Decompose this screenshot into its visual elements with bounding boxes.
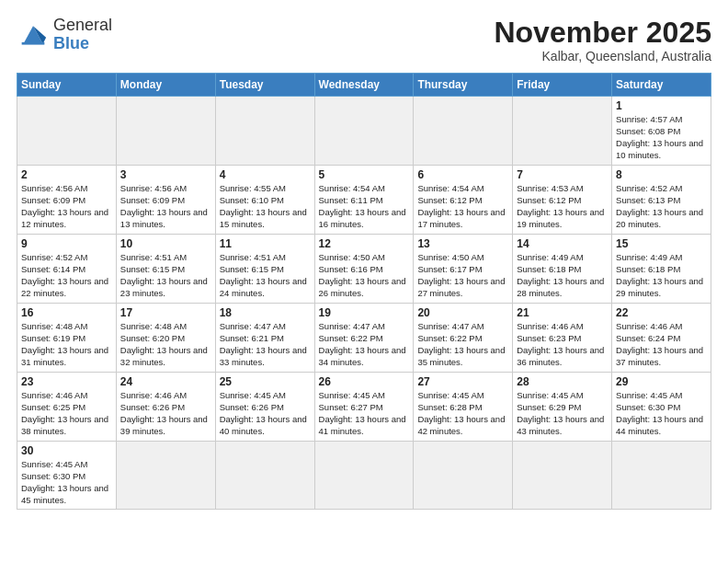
header: General Blue November 2025 Kalbar, Queen… <box>17 17 711 63</box>
day-cell: 2Sunrise: 4:56 AM Sunset: 6:09 PM Daylig… <box>17 166 117 235</box>
logo-text: General Blue <box>53 17 112 53</box>
day-number: 10 <box>120 237 211 250</box>
day-info: Sunrise: 4:54 AM Sunset: 6:12 PM Dayligh… <box>417 183 508 230</box>
day-number: 19 <box>319 306 410 319</box>
day-number: 18 <box>220 306 311 319</box>
day-number: 20 <box>417 306 508 319</box>
day-number: 22 <box>616 306 707 319</box>
day-cell: 15Sunrise: 4:49 AM Sunset: 6:18 PM Dayli… <box>612 235 711 304</box>
day-cell <box>513 442 612 510</box>
day-info: Sunrise: 4:55 AM Sunset: 6:10 PM Dayligh… <box>220 183 311 230</box>
day-cell: 4Sunrise: 4:55 AM Sunset: 6:10 PM Daylig… <box>215 166 314 235</box>
day-cell: 7Sunrise: 4:53 AM Sunset: 6:12 PM Daylig… <box>513 166 612 235</box>
day-info: Sunrise: 4:47 AM Sunset: 6:22 PM Dayligh… <box>417 321 508 368</box>
day-number: 25 <box>220 375 311 388</box>
day-info: Sunrise: 4:49 AM Sunset: 6:18 PM Dayligh… <box>517 252 608 299</box>
month-title: November 2025 <box>494 17 711 49</box>
day-info: Sunrise: 4:46 AM Sunset: 6:26 PM Dayligh… <box>120 390 211 437</box>
day-number: 24 <box>120 375 211 388</box>
day-info: Sunrise: 4:45 AM Sunset: 6:27 PM Dayligh… <box>319 390 410 437</box>
day-cell: 17Sunrise: 4:48 AM Sunset: 6:20 PM Dayli… <box>116 304 215 373</box>
day-cell <box>314 97 414 166</box>
day-info: Sunrise: 4:50 AM Sunset: 6:17 PM Dayligh… <box>417 252 508 299</box>
header-thursday: Thursday <box>414 74 513 97</box>
calendar-table: Sunday Monday Tuesday Wednesday Thursday… <box>17 73 711 510</box>
day-cell <box>314 442 414 510</box>
day-cell: 6Sunrise: 4:54 AM Sunset: 6:12 PM Daylig… <box>414 166 513 235</box>
day-cell <box>612 442 711 510</box>
day-info: Sunrise: 4:57 AM Sunset: 6:08 PM Dayligh… <box>616 114 707 161</box>
day-cell: 25Sunrise: 4:45 AM Sunset: 6:26 PM Dayli… <box>215 373 314 442</box>
day-info: Sunrise: 4:52 AM Sunset: 6:14 PM Dayligh… <box>21 252 112 299</box>
day-number: 23 <box>21 375 112 388</box>
day-cell: 20Sunrise: 4:47 AM Sunset: 6:22 PM Dayli… <box>414 304 513 373</box>
subtitle: Kalbar, Queensland, Australia <box>494 49 711 63</box>
page: General Blue November 2025 Kalbar, Queen… <box>0 0 728 563</box>
day-number: 13 <box>417 237 508 250</box>
day-cell <box>116 442 215 510</box>
day-info: Sunrise: 4:54 AM Sunset: 6:11 PM Dayligh… <box>319 183 410 230</box>
day-number: 30 <box>21 444 112 457</box>
day-cell: 10Sunrise: 4:51 AM Sunset: 6:15 PM Dayli… <box>116 235 215 304</box>
day-cell: 16Sunrise: 4:48 AM Sunset: 6:19 PM Dayli… <box>17 304 117 373</box>
day-cell: 5Sunrise: 4:54 AM Sunset: 6:11 PM Daylig… <box>314 166 414 235</box>
week-row-2: 2Sunrise: 4:56 AM Sunset: 6:09 PM Daylig… <box>17 166 711 235</box>
day-info: Sunrise: 4:45 AM Sunset: 6:29 PM Dayligh… <box>517 390 608 437</box>
day-info: Sunrise: 4:47 AM Sunset: 6:22 PM Dayligh… <box>319 321 410 368</box>
day-cell <box>414 97 513 166</box>
day-number: 8 <box>616 168 707 181</box>
header-tuesday: Tuesday <box>215 74 314 97</box>
day-cell <box>17 97 117 166</box>
day-info: Sunrise: 4:45 AM Sunset: 6:28 PM Dayligh… <box>417 390 508 437</box>
day-info: Sunrise: 4:51 AM Sunset: 6:15 PM Dayligh… <box>220 252 311 299</box>
day-info: Sunrise: 4:46 AM Sunset: 6:23 PM Dayligh… <box>517 321 608 368</box>
day-cell <box>116 97 215 166</box>
header-monday: Monday <box>116 74 215 97</box>
header-friday: Friday <box>513 74 612 97</box>
day-cell: 26Sunrise: 4:45 AM Sunset: 6:27 PM Dayli… <box>314 373 414 442</box>
day-info: Sunrise: 4:56 AM Sunset: 6:09 PM Dayligh… <box>120 183 211 230</box>
day-cell: 29Sunrise: 4:45 AM Sunset: 6:30 PM Dayli… <box>612 373 711 442</box>
day-number: 9 <box>21 237 112 250</box>
logo: General Blue <box>17 17 112 53</box>
day-cell: 8Sunrise: 4:52 AM Sunset: 6:13 PM Daylig… <box>612 166 711 235</box>
day-number: 26 <box>319 375 410 388</box>
day-number: 5 <box>319 168 410 181</box>
day-info: Sunrise: 4:51 AM Sunset: 6:15 PM Dayligh… <box>120 252 211 299</box>
day-info: Sunrise: 4:45 AM Sunset: 6:30 PM Dayligh… <box>21 459 112 506</box>
week-row-3: 9Sunrise: 4:52 AM Sunset: 6:14 PM Daylig… <box>17 235 711 304</box>
day-cell: 14Sunrise: 4:49 AM Sunset: 6:18 PM Dayli… <box>513 235 612 304</box>
day-number: 16 <box>21 306 112 319</box>
week-row-last: 30Sunrise: 4:45 AM Sunset: 6:30 PM Dayli… <box>17 442 711 510</box>
day-cell: 27Sunrise: 4:45 AM Sunset: 6:28 PM Dayli… <box>414 373 513 442</box>
day-number: 15 <box>616 237 707 250</box>
day-info: Sunrise: 4:46 AM Sunset: 6:25 PM Dayligh… <box>21 390 112 437</box>
day-info: Sunrise: 4:48 AM Sunset: 6:20 PM Dayligh… <box>120 321 211 368</box>
header-row: Sunday Monday Tuesday Wednesday Thursday… <box>17 74 711 97</box>
day-number: 12 <box>319 237 410 250</box>
day-number: 11 <box>220 237 311 250</box>
day-cell: 19Sunrise: 4:47 AM Sunset: 6:22 PM Dayli… <box>314 304 414 373</box>
day-number: 29 <box>616 375 707 388</box>
day-info: Sunrise: 4:48 AM Sunset: 6:19 PM Dayligh… <box>21 321 112 368</box>
day-number: 1 <box>616 99 707 112</box>
header-wednesday: Wednesday <box>314 74 414 97</box>
day-info: Sunrise: 4:50 AM Sunset: 6:16 PM Dayligh… <box>319 252 410 299</box>
day-cell: 11Sunrise: 4:51 AM Sunset: 6:15 PM Dayli… <box>215 235 314 304</box>
week-row-4: 16Sunrise: 4:48 AM Sunset: 6:19 PM Dayli… <box>17 304 711 373</box>
day-number: 21 <box>517 306 608 319</box>
header-sunday: Sunday <box>17 74 117 97</box>
day-number: 2 <box>21 168 112 181</box>
day-number: 14 <box>517 237 608 250</box>
week-row-1: 1Sunrise: 4:57 AM Sunset: 6:08 PM Daylig… <box>17 97 711 166</box>
day-cell: 30Sunrise: 4:45 AM Sunset: 6:30 PM Dayli… <box>17 442 117 510</box>
day-info: Sunrise: 4:53 AM Sunset: 6:12 PM Dayligh… <box>517 183 608 230</box>
svg-rect-2 <box>22 42 45 45</box>
day-info: Sunrise: 4:45 AM Sunset: 6:30 PM Dayligh… <box>616 390 707 437</box>
day-number: 7 <box>517 168 608 181</box>
day-cell: 9Sunrise: 4:52 AM Sunset: 6:14 PM Daylig… <box>17 235 117 304</box>
day-info: Sunrise: 4:46 AM Sunset: 6:24 PM Dayligh… <box>616 321 707 368</box>
day-info: Sunrise: 4:49 AM Sunset: 6:18 PM Dayligh… <box>616 252 707 299</box>
title-block: November 2025 Kalbar, Queensland, Austra… <box>494 17 711 63</box>
calendar-body: 1Sunrise: 4:57 AM Sunset: 6:08 PM Daylig… <box>17 97 711 510</box>
